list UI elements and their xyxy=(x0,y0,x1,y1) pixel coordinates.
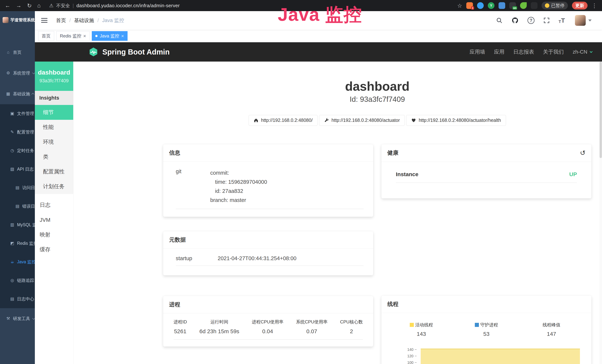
sidebar-item-dev-tools[interactable]: ⚒ 研发工具 xyxy=(0,308,35,329)
sidebar-item-label: 错误日志 xyxy=(22,203,35,209)
home-icon: ⌂ xyxy=(6,50,11,55)
address-bar[interactable]: ⚠ 不安全 | dashboard.yudao.iocoder.cn/infra… xyxy=(49,3,180,9)
sidebar-item-file-management[interactable]: ▣ 文件管理 xyxy=(0,104,35,123)
tags-view-bar: 首页 Redis 监控 × Java 监控 × xyxy=(35,30,602,42)
sidebar-item-error-logs[interactable]: ▤ 错误日志 xyxy=(0,197,35,215)
tab-close-icon[interactable]: × xyxy=(121,33,124,38)
browser-menu-icon[interactable]: ⋮ xyxy=(592,2,597,9)
system-cpu-label: 系统CPU使用率 xyxy=(296,319,328,325)
uptime-cell: 运行时间 6d 23h 15m 59s xyxy=(199,319,239,334)
sba-nav-wallboard[interactable]: 应用墙 xyxy=(465,48,490,55)
chevron-down-icon xyxy=(32,317,35,320)
tab-close-icon[interactable]: × xyxy=(83,33,86,38)
spring-boot-admin-frame: Spring Boot Admin 应用墙 应用 日志报表 关于我们 zh-CN xyxy=(35,42,602,364)
help-icon[interactable]: ? xyxy=(527,17,535,24)
fullscreen-icon[interactable] xyxy=(543,17,550,23)
extension-icon-orange[interactable]: 1 xyxy=(466,2,473,9)
sidebar-item-home[interactable]: ⌂ 首页 xyxy=(0,42,35,63)
process-id-value: 5261 xyxy=(173,328,187,334)
scrollbar-thumb[interactable] xyxy=(600,62,602,158)
sba-sidebar-item-mappings[interactable]: 映射 xyxy=(35,227,73,242)
service-url-button[interactable]: http://192.168.0.2:48080/ xyxy=(249,115,318,126)
hamburger-icon[interactable] xyxy=(41,18,47,23)
sba-sidebar-item-jvm[interactable]: JVM xyxy=(35,213,73,227)
sba-locale-select[interactable]: zh-CN xyxy=(568,49,592,55)
sba-nav-about[interactable]: 关于我们 xyxy=(538,48,568,55)
git-commit-line: commit: xyxy=(210,168,267,177)
paused-badge[interactable]: 已暂停 xyxy=(542,2,568,10)
y-tick-label: 100 xyxy=(407,361,413,364)
browser-reload-icon[interactable]: ↻ xyxy=(27,2,32,9)
history-icon[interactable]: ↺ xyxy=(580,149,585,157)
sidebar-item-log-center[interactable]: ▤ 日志中心 xyxy=(0,290,35,308)
sidebar-item-java-monitoring[interactable]: ☕ Java 监控 xyxy=(0,253,35,271)
sba-brand[interactable]: Spring Boot Admin xyxy=(89,47,170,57)
peak-threads-value: 147 xyxy=(519,331,584,337)
sba-nav-journal[interactable]: 日志报表 xyxy=(509,48,538,55)
extension-icon-blue-drop[interactable] xyxy=(477,2,484,9)
process-cpu-value: 0.04 xyxy=(252,328,283,334)
page-scrollbar[interactable] xyxy=(599,62,602,364)
sidebar-item-api-logs[interactable]: ▧ API 日志 xyxy=(0,160,35,178)
sba-sidebar-item-scheduled-tasks[interactable]: 计划任务 xyxy=(35,179,73,194)
daemon-threads-swatch xyxy=(475,323,479,327)
smiley-icon xyxy=(545,3,549,8)
extension-icon-green-circle[interactable]: Y xyxy=(488,2,494,9)
peak-threads-label: 线程峰值 xyxy=(543,322,560,328)
sba-nav-applications[interactable]: 应用 xyxy=(490,48,509,55)
metadata-card-title: 元数据 xyxy=(169,236,186,244)
tools-icon: ⚒ xyxy=(6,316,11,321)
browser-back-icon[interactable]: ← xyxy=(5,2,10,9)
sidebar-item-link-tracing[interactable]: ◎ 链路追踪 xyxy=(0,271,35,290)
health-status-badge: UP xyxy=(569,171,577,177)
sidebar-item-access-logs[interactable]: ▤ 访问日志 xyxy=(0,178,35,197)
proxy-on-badge: on xyxy=(512,6,517,10)
sba-sidebar-item-config-props[interactable]: 配置属性 xyxy=(35,164,73,179)
github-icon[interactable] xyxy=(512,17,519,24)
sidebar-item-label: MySQL 监控 xyxy=(17,222,35,228)
extension-icon-green-leaf[interactable] xyxy=(520,2,527,9)
sidebar-item-infrastructure[interactable]: ▦ 基础设施 xyxy=(0,84,35,104)
sidebar-item-label: 首页 xyxy=(13,50,22,55)
health-url-label: http://192.168.0.2:48080/actuator/health xyxy=(419,118,501,123)
threads-legend: 活动线程 143 守护进程 xyxy=(389,322,584,337)
sidebar-item-scheduled-tasks[interactable]: ◷ 定时任务 xyxy=(0,141,35,160)
health-url-button[interactable]: http://192.168.0.2:48080/actuator/health xyxy=(406,115,506,126)
font-size-icon[interactable]: T T xyxy=(559,17,565,24)
tab-home[interactable]: 首页 xyxy=(38,31,54,41)
browser-home-icon[interactable]: ⌂ xyxy=(37,2,41,9)
update-button[interactable]: 更新 xyxy=(572,2,588,10)
browser-forward-icon[interactable]: → xyxy=(16,2,22,9)
sba-sidebar-item-details[interactable]: 细节 xyxy=(35,105,73,120)
process-id-cell: 进程ID 5261 xyxy=(173,319,187,334)
sba-sidebar: dashboard 93a3fc7f7409 Insights 细节 性能 环境… xyxy=(35,62,74,364)
tab-label: Java 监控 xyxy=(100,33,119,39)
actuator-url-button[interactable]: http://192.168.0.2:48080/actuator xyxy=(319,115,405,126)
user-menu[interactable] xyxy=(575,15,592,26)
extensions-puzzle-icon[interactable] xyxy=(531,2,538,9)
sidebar-item-redis-monitoring[interactable]: ◩ Redis 监控 xyxy=(0,234,35,253)
sidebar-item-mysql-monitoring[interactable]: ▥ MySQL 监控 xyxy=(0,215,35,234)
peak-threads-cell: 线程峰值 147 xyxy=(519,322,584,337)
breadcrumb-infrastructure[interactable]: 基础设施 xyxy=(74,17,94,24)
tab-redis-monitoring[interactable]: Redis 监控 × xyxy=(56,31,90,41)
caret-down-icon xyxy=(588,20,592,21)
extension-icon-proxy[interactable]: on xyxy=(509,2,516,9)
search-icon[interactable] xyxy=(496,17,503,24)
sba-sidebar-item-caches[interactable]: 缓存 xyxy=(35,242,73,257)
sidebar-item-system-management[interactable]: ⚙ 系统管理 xyxy=(0,63,35,84)
sba-instance-header[interactable]: dashboard 93a3fc7f7409 xyxy=(35,62,73,91)
sba-sidebar-item-metrics[interactable]: 性能 xyxy=(35,120,73,135)
cpu-cores-cell: CPU核心数 2 xyxy=(340,319,363,334)
extension-icon-blue-grid[interactable] xyxy=(499,2,505,9)
app-logo-row[interactable]: 芋道管理系统 xyxy=(0,11,35,29)
sba-sidebar-item-environment[interactable]: 环境 xyxy=(35,135,73,150)
sidebar-item-config-management[interactable]: ✎ 配置管理 xyxy=(0,123,35,141)
sba-sidebar-item-beans[interactable]: 类 xyxy=(35,150,73,164)
breadcrumb-home[interactable]: 首页 xyxy=(56,17,66,24)
tab-java-monitoring[interactable]: Java 监控 × xyxy=(92,31,128,41)
startup-key: startup xyxy=(176,255,218,261)
error-log-icon: ▤ xyxy=(15,204,20,209)
sba-sidebar-item-loggers[interactable]: 日志 xyxy=(35,198,73,213)
bookmark-star-icon[interactable]: ☆ xyxy=(457,2,462,9)
